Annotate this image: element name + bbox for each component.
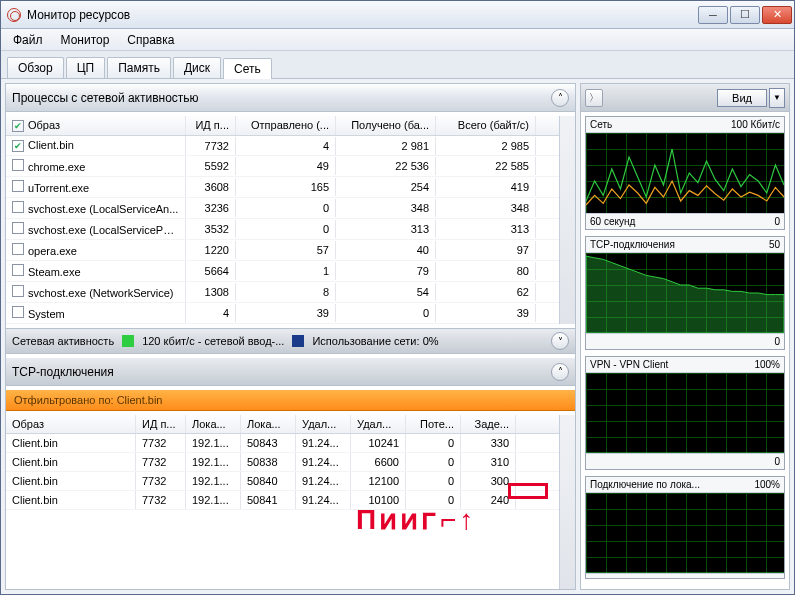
tcp-col-lport[interactable]: Лока... <box>241 415 296 433</box>
titlebar[interactable]: Монитор ресурсов ─ ☐ ✕ <box>1 1 794 29</box>
chart-max: 50 <box>769 239 780 250</box>
row-checkbox[interactable]: ✔ <box>12 140 24 152</box>
processes-header[interactable]: Процессы с сетевой активностью ˄ <box>6 84 575 112</box>
table-row[interactable]: uTorrent.exe3608165254419 <box>6 177 559 198</box>
tab-overview[interactable]: Обзор <box>7 57 64 78</box>
menubar: Файл Монитор Справка <box>1 29 794 51</box>
collapse-processes-icon[interactable]: ˄ <box>551 89 569 107</box>
table-row[interactable]: Steam.exe566417980 <box>6 261 559 282</box>
tab-disk[interactable]: Диск <box>173 57 221 78</box>
chart: TCP-подключения500 <box>585 236 785 350</box>
activity-title: Сетевая активность <box>12 335 114 347</box>
tcp-table: Образ ИД п... Лока... Лока... Удал... Уд… <box>6 415 559 589</box>
tcp-header[interactable]: TCP-подключения ˄ <box>6 358 575 386</box>
col-total[interactable]: Всего (байт/с) <box>436 116 536 135</box>
table-row[interactable]: Client.bin7732192.1...5084391.24...10241… <box>6 434 559 453</box>
table-row[interactable]: opera.exe1220574097 <box>6 240 559 261</box>
scrollbar[interactable] <box>559 116 575 324</box>
chart-foot-left: 60 секунд <box>590 216 635 227</box>
view-dropdown-icon[interactable]: ▼ <box>769 88 785 108</box>
chart-body <box>586 373 784 453</box>
table-row[interactable]: System439039 <box>6 303 559 324</box>
menu-file[interactable]: Файл <box>5 31 51 49</box>
row-checkbox[interactable] <box>12 306 24 318</box>
tcp-col-rport[interactable]: Удал... <box>351 415 406 433</box>
left-pane: Процессы с сетевой активностью ˄ ✔Образ … <box>5 83 576 590</box>
checkbox-all[interactable]: ✔ <box>12 120 24 132</box>
menu-help[interactable]: Справка <box>119 31 182 49</box>
col-recv[interactable]: Получено (ба... <box>336 116 436 135</box>
tcp-col-loss[interactable]: Поте... <box>406 415 461 433</box>
row-checkbox[interactable] <box>12 201 24 213</box>
tcp-col-latency[interactable]: Заде... <box>461 415 516 433</box>
row-checkbox[interactable] <box>12 264 24 276</box>
col-pid[interactable]: ИД п... <box>186 116 236 135</box>
chart-title: Подключение по лока... <box>590 479 700 490</box>
close-button[interactable]: ✕ <box>762 6 792 24</box>
right-header: 〉 Вид ▼ <box>581 84 789 112</box>
collapse-right-icon[interactable]: 〉 <box>585 89 603 107</box>
tab-network[interactable]: Сеть <box>223 58 272 79</box>
view-button[interactable]: Вид <box>717 89 767 107</box>
legend1: 120 кбит/с - сетевой ввод-... <box>142 335 284 347</box>
chart-body <box>586 133 784 213</box>
filter-bar[interactable]: Отфильтровано по: Client.bin <box>6 390 575 411</box>
right-pane: 〉 Вид ▼ Сеть100 Кбит/с60 секунд0TCP-подк… <box>580 83 790 590</box>
processes-title: Процессы с сетевой активностью <box>12 91 199 105</box>
chart-title: TCP-подключения <box>590 239 675 250</box>
table-row[interactable]: svchost.exe (LocalServiceAn...3236034834… <box>6 198 559 219</box>
minimize-button[interactable]: ─ <box>698 6 728 24</box>
tab-cpu[interactable]: ЦП <box>66 57 106 78</box>
tcp-col-image[interactable]: Образ <box>6 415 136 433</box>
collapse-tcp-icon[interactable]: ˄ <box>551 363 569 381</box>
chart-max: 100 Кбит/с <box>731 119 780 130</box>
collapse-activity-icon[interactable]: ˅ <box>551 332 569 350</box>
network-activity-header[interactable]: Сетевая активность 120 кбит/с - сетевой … <box>6 328 575 354</box>
filter-text: Отфильтровано по: Client.bin <box>14 394 162 406</box>
chart: Подключение по лока...100% <box>585 476 785 579</box>
tcp-col-raddr[interactable]: Удал... <box>296 415 351 433</box>
chart: Сеть100 Кбит/с60 секунд0 <box>585 116 785 230</box>
chart-foot-right: 0 <box>774 456 780 467</box>
col-image[interactable]: ✔Образ <box>6 116 186 135</box>
table-row[interactable]: ✔Client.bin773242 9812 985 <box>6 136 559 156</box>
chart: VPN - VPN Client100%0 <box>585 356 785 470</box>
chart-foot-right: 0 <box>774 336 780 347</box>
chart-title: Сеть <box>590 119 612 130</box>
table-row[interactable]: svchost.exe (LocalServicePee...353203133… <box>6 219 559 240</box>
chart-body <box>586 253 784 333</box>
menu-monitor[interactable]: Монитор <box>53 31 118 49</box>
legend2: Использование сети: 0% <box>312 335 438 347</box>
chart-body <box>586 493 784 573</box>
row-checkbox[interactable] <box>12 285 24 297</box>
row-checkbox[interactable] <box>12 159 24 171</box>
col-sent[interactable]: Отправлено (... <box>236 116 336 135</box>
app-icon <box>7 8 21 22</box>
chart-foot-right: 0 <box>774 216 780 227</box>
row-checkbox[interactable] <box>12 180 24 192</box>
tab-memory[interactable]: Память <box>107 57 171 78</box>
row-checkbox[interactable] <box>12 243 24 255</box>
window-title: Монитор ресурсов <box>27 8 130 22</box>
app-window: Монитор ресурсов ─ ☐ ✕ Файл Монитор Спра… <box>0 0 795 595</box>
chart-max: 100% <box>754 359 780 370</box>
tcp-col-pid[interactable]: ИД п... <box>136 415 186 433</box>
table-row[interactable]: svchost.exe (NetworkService)130885462 <box>6 282 559 303</box>
tcp-title: TCP-подключения <box>12 365 114 379</box>
legend-swatch-green <box>122 335 134 347</box>
processes-table: ✔Образ ИД п... Отправлено (... Получено … <box>6 116 559 324</box>
chart-title: VPN - VPN Client <box>590 359 668 370</box>
scrollbar[interactable] <box>559 415 575 589</box>
legend-swatch-blue <box>292 335 304 347</box>
chart-max: 100% <box>754 479 780 490</box>
table-row[interactable]: Client.bin7732192.1...5084191.24...10100… <box>6 491 559 510</box>
row-checkbox[interactable] <box>12 222 24 234</box>
tcp-col-laddr[interactable]: Лока... <box>186 415 241 433</box>
table-row[interactable]: Client.bin7732192.1...5083891.24...66000… <box>6 453 559 472</box>
table-row[interactable]: chrome.exe55924922 53622 585 <box>6 156 559 177</box>
table-row[interactable]: Client.bin7732192.1...5084091.24...12100… <box>6 472 559 491</box>
tabstrip: Обзор ЦП Память Диск Сеть <box>1 51 794 79</box>
maximize-button[interactable]: ☐ <box>730 6 760 24</box>
charts-container: Сеть100 Кбит/с60 секунд0TCP-подключения5… <box>581 112 789 589</box>
